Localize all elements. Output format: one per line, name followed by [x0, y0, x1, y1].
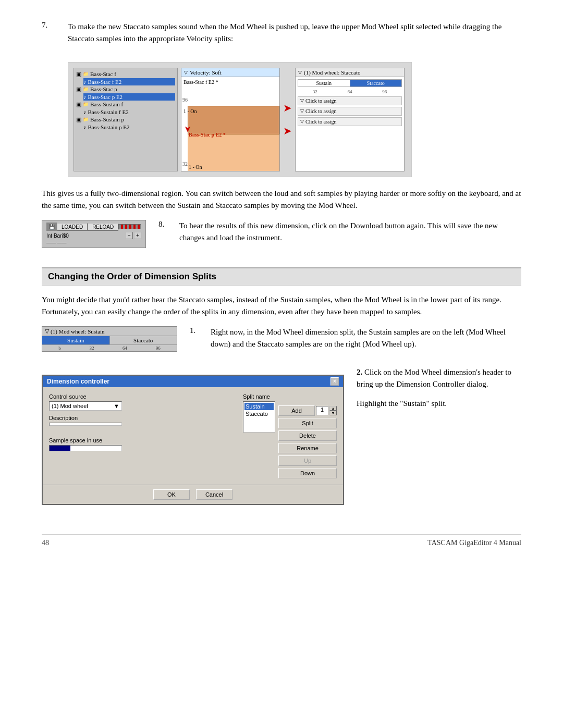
- folder-icon3: 📁: [83, 102, 89, 107]
- mod-dim-small: ▽ (1) Mod wheel: Sustain Sustain Staccat…: [42, 326, 177, 352]
- step-7-number: 7.: [42, 21, 57, 53]
- add-value[interactable]: 1: [316, 406, 328, 415]
- ruler-64: 64: [347, 89, 352, 94]
- spinner-buttons: ▲ ▼: [329, 406, 337, 415]
- ok-button[interactable]: OK: [153, 489, 190, 500]
- split-button[interactable]: Split: [278, 418, 337, 428]
- tree-item-bass-sustain-f: ▣ 📁 Bass-Sustain f: [76, 101, 175, 108]
- mod-dim-ruler: b 32 64 96: [42, 344, 177, 351]
- split-sustain[interactable]: Sustain: [244, 403, 274, 410]
- step-7: 7. To make the new Staccato samples soun…: [42, 21, 521, 53]
- click-assign-2[interactable]: ▽ Click to assign: [298, 107, 402, 116]
- note-icon4: ♪: [83, 124, 87, 130]
- dimension-controller-dialog: Dimension controller × Control source (1…: [42, 375, 344, 505]
- loaded-row: 💾 LOADED RELOAD: [46, 223, 141, 231]
- mod-split-header: Sustain Staccato: [298, 79, 402, 87]
- sample-fill: [50, 446, 70, 451]
- vel-selected-region: [188, 106, 279, 134]
- icon-area: 💾: [46, 223, 57, 231]
- cancel-button[interactable]: Cancel: [196, 489, 232, 500]
- step-1-inner: 1. Right now, in the Mod Wheel dimension…: [190, 326, 521, 358]
- tree-label3: Bass-Sustain f: [90, 101, 123, 107]
- expand-icon: ▣: [76, 71, 81, 78]
- vel-staccato-label: Bass-Stac p E2 *: [189, 132, 226, 138]
- dialog-title: Dimension controller: [47, 378, 109, 385]
- note-icon2: ♪: [83, 94, 87, 100]
- note-icon: ♪: [83, 79, 87, 85]
- arrow-down-icon: ➤: [183, 126, 193, 132]
- velocity-header-label: Velocity: Soft: [190, 69, 222, 76]
- click-assign-3[interactable]: ▽ Click to assign: [298, 117, 402, 126]
- split-name-area: Sustain Staccato Add 1 ▲: [243, 401, 337, 478]
- tree-label2: Bass-Stac p: [90, 86, 117, 92]
- pm-buttons: − +: [126, 232, 141, 239]
- vel-1on: 1 - On: [183, 108, 197, 114]
- page-footer: 48 TASCAM GigaEditor 4 Manual: [42, 534, 521, 547]
- tree-item-bass-stac-p-e2[interactable]: ♪ Bass-Stac p E2: [83, 93, 175, 101]
- mod-dim-staccato[interactable]: Staccato: [110, 336, 177, 344]
- tree-label3b: Bass-Sustain f E2: [88, 109, 129, 115]
- dialog-area: Dimension controller × Control source (1…: [42, 366, 344, 513]
- minus-button[interactable]: −: [126, 232, 133, 239]
- dialog-close-button[interactable]: ×: [331, 377, 339, 386]
- split-name-list: Sustain Staccato: [243, 401, 275, 433]
- spinner-up-button[interactable]: ▲: [329, 406, 337, 411]
- dialog-body: Control source (1) Mod wheel ▼ Descripti…: [43, 387, 343, 485]
- mod-dim-splits: Sustain Staccato: [42, 336, 177, 344]
- reload-button[interactable]: RELOAD: [88, 223, 118, 231]
- delete-button[interactable]: Delete: [278, 430, 337, 441]
- mod-sustain-cell[interactable]: Sustain: [298, 80, 350, 87]
- step-2-text-col: 2. Click on the Mod Wheel dimension's he…: [357, 366, 521, 417]
- loaded-button[interactable]: LOADED: [57, 223, 88, 231]
- up-button[interactable]: Up: [278, 455, 337, 466]
- ruler-32b: 32: [89, 346, 94, 351]
- tree-label-selected2: Bass-Stac p E2: [88, 94, 123, 100]
- dropdown-arrow-icon: ▼: [114, 403, 119, 409]
- click-assign-1[interactable]: ▽ Click to assign: [298, 96, 402, 105]
- ruler-32: 32: [313, 89, 317, 94]
- down-button[interactable]: Down: [278, 468, 337, 478]
- description-input[interactable]: [49, 423, 122, 426]
- vel-96: 96: [182, 97, 188, 103]
- add-button[interactable]: Add: [278, 405, 315, 416]
- vel-label-top: Bass-Stac f E2 *: [183, 79, 218, 85]
- control-source-label: Control source: [49, 393, 235, 400]
- loaded-box: 💾 LOADED RELOAD Int Bari$0 − + —— ——: [42, 220, 146, 248]
- tree-item-bass-stac-p: ▣ 📁 Bass-Stac p: [76, 85, 175, 93]
- step-1-text-area: 1. Right now, in the Mod Wheel dimension…: [190, 326, 521, 358]
- folder-icon: 📁: [83, 71, 89, 77]
- vel-1on-bottom: 1 - On: [189, 164, 202, 170]
- info-row: —— ——: [46, 240, 141, 245]
- mod-ruler: 32 64 96: [298, 89, 402, 94]
- step-1-number: 1.: [190, 326, 205, 358]
- mod-dim-small-header: ▽ (1) Mod wheel: Sustain: [42, 327, 177, 336]
- tree-item-bass-stac-f-e2[interactable]: ♪ Bass-Stac f E2: [83, 78, 175, 85]
- ruler-64b: 64: [123, 346, 127, 351]
- arrow-right-icon: ➤: [283, 102, 292, 114]
- mod-staccato-cell[interactable]: Staccato: [350, 80, 402, 87]
- assign-label-1: Click to assign: [305, 98, 336, 104]
- instrument-row: Int Bari$0 − +: [46, 232, 141, 239]
- rename-button[interactable]: Rename: [278, 443, 337, 453]
- dialog-left-section: Control source (1) Mod wheel ▼ Descripti…: [49, 393, 235, 478]
- step-2-text: Click on the Mod Wheel dimension's heade…: [357, 368, 511, 388]
- spinner-down-button[interactable]: ▼: [329, 411, 337, 415]
- step-8-inner: 8. To hear the results of this new dimen…: [158, 220, 521, 252]
- split-name-label: Split name: [243, 393, 337, 400]
- dialog-footer: OK Cancel: [43, 485, 343, 504]
- mod-content: Sustain Staccato 32 64 96 ▽ Click to ass…: [296, 77, 404, 130]
- velocity-content: Bass-Stac f E2 * 96 1 - On Bass-Stac p E…: [181, 77, 279, 171]
- control-source-select[interactable]: (1) Mod wheel ▼: [49, 401, 122, 411]
- tree-item-bass-sustain-f-e2: ♪ Bass-Sustain f E2: [83, 108, 175, 116]
- plus-button[interactable]: +: [134, 232, 141, 239]
- ruler-96b: 96: [156, 346, 161, 351]
- mod-dim-small-area: ▽ (1) Mod wheel: Sustain Sustain Staccat…: [42, 326, 177, 357]
- tree-item-bass-sustain-p: ▣ 📁 Bass-Sustain p: [76, 116, 175, 124]
- loaded-box-area: 💾 LOADED RELOAD Int Bari$0 − + —— ——: [42, 220, 146, 250]
- mod-dim-sustain[interactable]: Sustain: [42, 336, 110, 344]
- mod-triangle-icon: ▽: [298, 70, 302, 75]
- description-label: Description: [49, 415, 235, 421]
- expand-icon2: ▣: [76, 86, 81, 93]
- split-staccato[interactable]: Staccato: [244, 410, 274, 417]
- ruler-b: b: [58, 346, 61, 351]
